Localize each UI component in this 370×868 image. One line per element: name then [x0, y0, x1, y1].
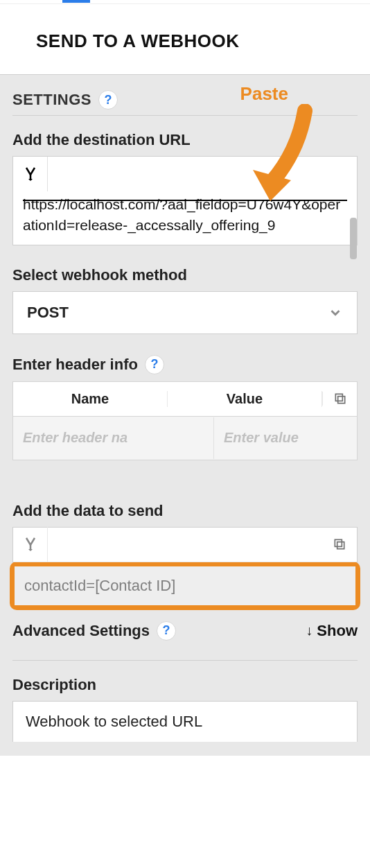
- url-cutoff-line: [23, 200, 347, 201]
- header-info-label: Enter header info ?: [12, 355, 358, 374]
- header-col-name: Name: [13, 391, 168, 407]
- help-icon[interactable]: ?: [145, 355, 164, 374]
- header-name-input[interactable]: [13, 417, 214, 459]
- svg-rect-0: [337, 397, 344, 403]
- data-to-send-label: Add the data to send: [12, 502, 358, 520]
- header-table-head: Name Value: [13, 382, 357, 417]
- settings-panel: SETTINGS ? Paste Add the destination URL…: [0, 74, 370, 756]
- add-header-button[interactable]: [322, 392, 357, 406]
- method-value: POST: [27, 304, 69, 322]
- highlight-annotation: [10, 562, 360, 610]
- description-group: Description Webhook to selected URL: [12, 676, 358, 742]
- header-info-group: Enter header info ? Name Value: [12, 355, 358, 460]
- paste-annotation-label: Paste: [240, 83, 288, 105]
- copy-icon: [333, 392, 347, 406]
- method-select[interactable]: POST: [12, 291, 358, 334]
- header-info-label-text: Enter header info: [12, 356, 138, 374]
- merge-icon: [22, 166, 39, 182]
- destination-url-field: https://localhost.com/?aal_fieldop=U76w4…: [12, 156, 358, 245]
- data-to-send-group: Add the data to send: [12, 502, 358, 610]
- chevron-down-icon: [328, 305, 343, 320]
- header-table-row: [13, 417, 357, 460]
- data-to-send-input[interactable]: [15, 566, 355, 605]
- help-icon[interactable]: ?: [157, 621, 176, 641]
- description-field[interactable]: Webhook to selected URL: [12, 701, 358, 742]
- copy-data-button[interactable]: [322, 537, 357, 551]
- destination-url-topbar: [13, 157, 357, 191]
- destination-url-label: Add the destination URL: [12, 131, 358, 149]
- merge-icon: [22, 536, 39, 553]
- advanced-settings-left: Advanced Settings ?: [12, 621, 176, 641]
- description-value: Webhook to selected URL: [26, 713, 202, 730]
- advanced-settings-row: Advanced Settings ? ↓ Show: [12, 618, 358, 661]
- header-value-input[interactable]: [214, 417, 370, 459]
- page-title: SEND TO A WEBHOOK: [0, 4, 370, 74]
- data-field-topbar: [13, 528, 357, 562]
- advanced-settings-label: Advanced Settings: [12, 622, 150, 640]
- tab-accent: [62, 0, 90, 3]
- down-arrow-icon: ↓: [306, 623, 312, 639]
- advanced-settings-toggle[interactable]: ↓ Show: [306, 622, 358, 640]
- settings-header-row: SETTINGS ? Paste: [12, 90, 358, 116]
- destination-url-display[interactable]: https://localhost.com/?aal_fieldop=U76w4…: [13, 191, 357, 245]
- header-table: Name Value: [12, 381, 358, 460]
- header-col-value: Value: [168, 391, 322, 407]
- top-bar: [0, 0, 370, 4]
- destination-url-input[interactable]: [48, 157, 357, 191]
- method-label: Select webhook method: [12, 266, 358, 284]
- copy-icon: [333, 537, 346, 551]
- merge-field-button[interactable]: [13, 157, 48, 191]
- method-group: Select webhook method POST: [12, 266, 358, 334]
- merge-field-button[interactable]: [13, 527, 48, 562]
- help-icon[interactable]: ?: [98, 90, 118, 110]
- destination-url-group: Add the destination URL https://localhos…: [12, 131, 358, 245]
- settings-label: SETTINGS: [12, 91, 91, 109]
- svg-rect-1: [335, 394, 342, 401]
- svg-rect-3: [335, 540, 342, 547]
- svg-rect-2: [337, 542, 344, 549]
- data-to-send-field: [12, 527, 358, 563]
- description-label: Description: [12, 676, 358, 694]
- advanced-toggle-label: Show: [317, 622, 358, 640]
- scrollbar-thumb[interactable]: [350, 218, 357, 259]
- data-body: [15, 566, 355, 605]
